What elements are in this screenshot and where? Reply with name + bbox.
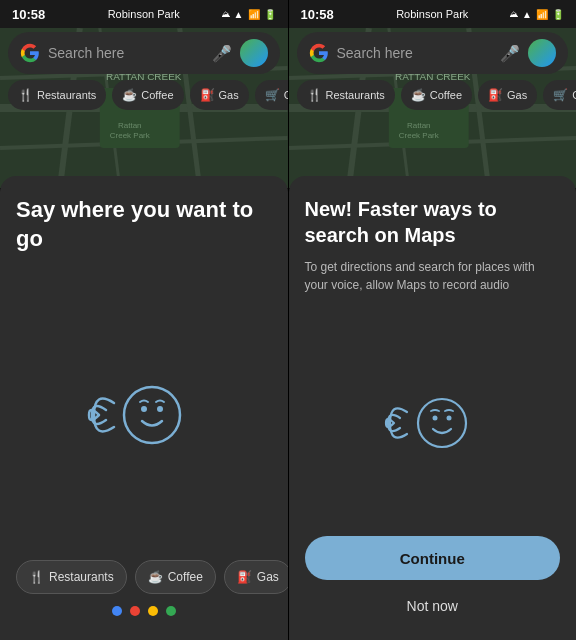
right-signal-icon: ▲ [522,9,532,20]
right-gas-icon: ⛽ [488,88,503,102]
right-battery-icon: 🔋 [552,9,564,20]
svg-point-29 [447,416,452,421]
right-stepping-icon: ⛰ [509,9,518,19]
right-map-area: RATTAN CREEK Rattan Creek Park Search he… [289,28,577,188]
dot-green [166,606,176,616]
right-filter-coffee-label: Coffee [430,89,462,101]
right-wifi-icon: 📶 [536,9,548,20]
right-search-input[interactable]: Search here [337,45,493,61]
left-search-bar[interactable]: Search here 🎤 [8,32,280,74]
left-dots-indicator [16,606,272,616]
not-now-button[interactable]: Not now [305,588,561,624]
right-filter-gas[interactable]: ⛽ Gas [478,80,537,110]
left-face-icon [84,375,204,455]
right-filter-restaurants[interactable]: 🍴 Restaurants [297,80,395,110]
left-mic-icon[interactable]: 🎤 [212,44,232,63]
left-avatar[interactable] [240,39,268,67]
right-status-bar: 10:58 Robinson Park ⛰ ▲ 📶 🔋 [289,0,577,28]
right-filter-grocer[interactable]: 🛒 Grocer [543,80,576,110]
left-search-container: Search here 🎤 [8,32,280,74]
svg-text:Rattan: Rattan [407,121,430,130]
google-logo-icon [20,43,40,63]
right-search-bar[interactable]: Search here 🎤 [297,32,569,74]
filter-restaurants-label: Restaurants [37,89,96,101]
svg-point-28 [433,416,438,421]
left-voice-illustration [16,279,272,550]
grocer-icon: 🛒 [265,88,280,102]
svg-text:Rattan: Rattan [118,121,141,130]
action-chip-restaurants[interactable]: 🍴 Restaurants [16,560,127,594]
right-sheet-description: To get directions and search for places … [305,258,561,294]
right-filter-gas-label: Gas [507,89,527,101]
right-google-logo-icon [309,43,329,63]
right-status-icons: ⛰ ▲ 📶 🔋 [509,9,564,20]
right-phone-panel: 10:58 Robinson Park ⛰ ▲ 📶 🔋 RATTAN CREEK… [289,0,577,640]
action-coffee-icon: ☕ [148,570,163,584]
right-filter-restaurants-label: Restaurants [326,89,385,101]
left-filters-row: 🍴 Restaurants ☕ Coffee ⛽ Gas 🛒 Grocer [0,80,288,110]
svg-point-27 [418,399,466,447]
right-filters-row: 🍴 Restaurants ☕ Coffee ⛽ Gas 🛒 Grocer [289,80,577,110]
right-mic-icon[interactable]: 🎤 [500,44,520,63]
right-restaurants-icon: 🍴 [307,88,322,102]
dot-blue [112,606,122,616]
filter-grocer[interactable]: 🛒 Grocer [255,80,288,110]
gas-icon: ⛽ [200,88,215,102]
wifi-icon: 📶 [248,9,260,20]
left-status-icons: ⛰ ▲ 📶 🔋 [221,9,276,20]
right-search-container: Search here 🎤 [297,32,569,74]
left-status-bar: 10:58 Robinson Park ⛰ ▲ 📶 🔋 [0,0,288,28]
filter-coffee[interactable]: ☕ Coffee [112,80,183,110]
right-status-location: Robinson Park [396,8,468,20]
action-coffee-label: Coffee [168,570,203,584]
dot-yellow [148,606,158,616]
action-restaurants-icon: 🍴 [29,570,44,584]
coffee-icon: ☕ [122,88,137,102]
left-bottom-sheet: Say where you want to go [0,176,288,640]
left-map-area: RATTAN CREEK Rattan Creek Park Search he… [0,28,288,188]
svg-point-13 [141,406,147,412]
left-phone-panel: 10:58 Robinson Park ⛰ ▲ 📶 🔋 RATTAN CREEK… [0,0,288,640]
filter-grocer-label: Grocer [284,89,288,101]
left-status-time: 10:58 [12,7,45,22]
svg-point-12 [124,387,180,443]
left-search-input[interactable]: Search here [48,45,204,61]
restaurants-icon: 🍴 [18,88,33,102]
left-action-chips: 🍴 Restaurants ☕ Coffee ⛽ Gas 🛒 [16,560,272,594]
right-bottom-sheet: New! Faster ways to search on Maps To ge… [289,176,577,640]
filter-gas-label: Gas [219,89,239,101]
right-filter-coffee[interactable]: ☕ Coffee [401,80,472,110]
left-status-location: Robinson Park [108,8,180,20]
right-sheet-title: New! Faster ways to search on Maps [305,196,561,248]
svg-text:Creek Park: Creek Park [398,131,438,140]
right-filter-grocer-label: Grocer [572,89,576,101]
left-sheet-title: Say where you want to go [16,196,272,253]
action-chip-coffee[interactable]: ☕ Coffee [135,560,216,594]
continue-button[interactable]: Continue [305,536,561,580]
battery-icon: 🔋 [264,9,276,20]
right-voice-illustration [305,320,561,526]
action-gas-label: Gas [257,570,279,584]
svg-text:Creek Park: Creek Park [110,131,150,140]
right-coffee-icon: ☕ [411,88,426,102]
right-avatar[interactable] [528,39,556,67]
stepping-stones-icon: ⛰ [221,9,230,19]
svg-point-14 [157,406,163,412]
action-chip-gas[interactable]: ⛽ Gas [224,560,288,594]
dot-red [130,606,140,616]
signal-icon: ▲ [234,9,244,20]
right-face-icon [382,388,482,458]
filter-restaurants[interactable]: 🍴 Restaurants [8,80,106,110]
right-grocer-icon: 🛒 [553,88,568,102]
right-status-time: 10:58 [301,7,334,22]
action-restaurants-label: Restaurants [49,570,114,584]
filter-gas[interactable]: ⛽ Gas [190,80,249,110]
filter-coffee-label: Coffee [141,89,173,101]
action-gas-icon: ⛽ [237,570,252,584]
